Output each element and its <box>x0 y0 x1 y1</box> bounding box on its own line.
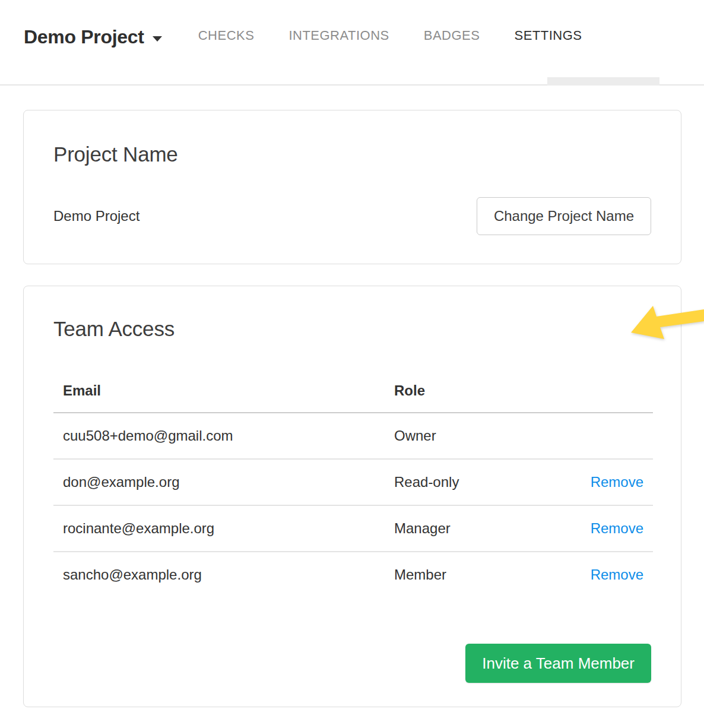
project-switcher[interactable]: Demo Project <box>24 26 162 48</box>
role-column-header: Role <box>385 365 552 413</box>
email-column-header: Email <box>53 365 385 413</box>
member-actions: Remove <box>552 505 653 552</box>
current-project-name: Demo Project <box>53 208 139 224</box>
member-actions: Remove <box>552 459 653 505</box>
table-row: don@example.org Read-only Remove <box>53 459 653 505</box>
member-role: Owner <box>385 413 552 459</box>
project-name-card: Project Name Demo Project Change Project… <box>23 110 681 264</box>
settings-page: Project Name Demo Project Change Project… <box>0 86 704 707</box>
member-email: rocinante@example.org <box>53 505 385 552</box>
tab-settings[interactable]: SETTINGS <box>497 28 599 43</box>
tab-integrations[interactable]: INTEGRATIONS <box>271 28 406 43</box>
member-email: sancho@example.org <box>53 552 385 597</box>
invite-team-member-button[interactable]: Invite a Team Member <box>465 644 651 683</box>
team-members-table: Email Role cuu508+demo@gmail.com Owner d… <box>53 365 653 597</box>
remove-member-link[interactable]: Remove <box>591 566 643 583</box>
project-header: Demo Project CHECKS INTEGRATIONS BADGES … <box>0 0 704 86</box>
table-row: sancho@example.org Member Remove <box>53 552 653 597</box>
tab-checks[interactable]: CHECKS <box>181 28 272 43</box>
table-row: cuu508+demo@gmail.com Owner <box>53 413 653 459</box>
tab-badges[interactable]: BADGES <box>407 28 497 43</box>
actions-column-header <box>552 365 653 413</box>
table-row: rocinante@example.org Manager Remove <box>53 505 653 552</box>
member-role: Manager <box>385 505 552 552</box>
remove-member-link[interactable]: Remove <box>591 474 643 490</box>
active-tab-indicator <box>547 77 659 86</box>
member-email: don@example.org <box>53 459 385 505</box>
remove-member-link[interactable]: Remove <box>591 520 643 536</box>
chevron-down-icon <box>153 36 162 42</box>
member-role: Read-only <box>385 459 552 505</box>
page-title: Demo Project <box>24 26 144 48</box>
team-access-card-title: Team Access <box>53 317 651 341</box>
project-name-card-title: Project Name <box>53 143 651 166</box>
member-email: cuu508+demo@gmail.com <box>53 413 385 459</box>
top-nav: CHECKS INTEGRATIONS BADGES SETTINGS <box>181 28 600 43</box>
change-project-name-button[interactable]: Change Project Name <box>477 197 651 235</box>
member-role: Member <box>385 552 552 597</box>
team-access-card: Team Access Email Role cuu508+demo@gmail… <box>23 286 681 707</box>
member-actions <box>552 413 653 459</box>
member-actions: Remove <box>552 552 653 597</box>
